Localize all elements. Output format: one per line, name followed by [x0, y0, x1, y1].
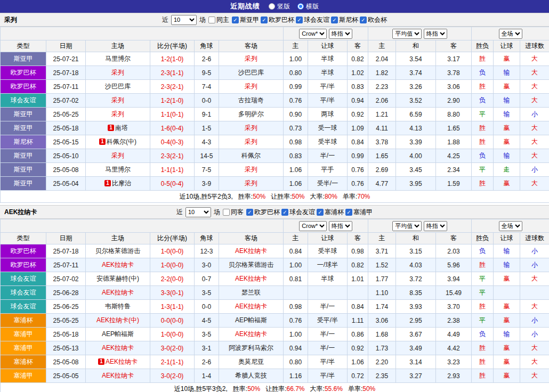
checkbox-icon[interactable]: [223, 209, 230, 216]
home-team[interactable]: 1AEK拉纳卡: [86, 355, 150, 369]
home-team[interactable]: 贝尔格莱德游击: [86, 244, 150, 258]
avg-stage-select[interactable]: 终指: [424, 29, 447, 39]
home-team[interactable]: 韦斯特鲁: [86, 300, 150, 314]
avg-stage-select[interactable]: 终指: [424, 221, 447, 231]
league-filter[interactable]: ✓球会友谊: [296, 15, 329, 24]
checkbox-icon[interactable]: ✓: [296, 17, 303, 23]
score: 2-1(1-1): [150, 355, 195, 369]
league-filter[interactable]: ✓球会友谊: [281, 208, 315, 217]
score: 1-1(0-1): [150, 108, 195, 121]
home-team[interactable]: 采列: [86, 149, 150, 163]
away-team[interactable]: AEK拉纳卡: [219, 300, 284, 314]
away-team[interactable]: 采列: [219, 135, 284, 149]
away-team[interactable]: 希腊人竞技: [219, 369, 284, 383]
handicap-result-cell: 赢: [494, 272, 520, 286]
checkbox-icon[interactable]: [208, 17, 215, 23]
match-count-select[interactable]: 10: [185, 207, 211, 217]
checkbox-icon[interactable]: ✓: [281, 209, 288, 216]
home-team[interactable]: 采列: [86, 66, 150, 80]
match-row: 塞浦甲 25-05-13 AEK拉纳卡 3-0(2-0) 3-1 阿波罗利马索尔…: [1, 341, 549, 355]
home-team[interactable]: 马里博尔: [86, 52, 150, 66]
column-header: 主: [284, 40, 308, 52]
odds-company-select[interactable]: Crow*: [299, 29, 327, 39]
home-team[interactable]: AEK拉纳卡: [86, 341, 150, 355]
home-team[interactable]: AEK拉纳卡: [86, 369, 150, 383]
league-filter[interactable]: ✓塞浦甲: [345, 208, 373, 217]
away-team[interactable]: 贝尔格莱德游击: [219, 258, 284, 272]
odds-company-select[interactable]: Crow*: [299, 221, 327, 231]
view-mode-radio-0[interactable]: 竖版: [269, 2, 290, 11]
odds-stage-select[interactable]: 终指: [329, 29, 352, 39]
league-filter[interactable]: ✓塞浦杯: [317, 208, 344, 217]
summary-stat-value: 50%: [362, 385, 375, 392]
league-filter[interactable]: ✓欧罗巴杯: [261, 15, 294, 24]
scope-select[interactable]: 全场: [499, 29, 522, 39]
checkbox-icon[interactable]: ✓: [317, 209, 324, 216]
away-team[interactable]: 古拉瑞奇: [219, 94, 284, 108]
away-team[interactable]: AEK拉纳卡: [219, 328, 284, 341]
home-team[interactable]: 沙巴巴库: [86, 80, 150, 94]
away-team[interactable]: 科佩尔: [219, 149, 284, 163]
away-team[interactable]: 瑟兰联: [219, 286, 284, 300]
home-team[interactable]: 马里博尔: [86, 163, 150, 177]
away-team[interactable]: 采列: [219, 121, 284, 135]
checkbox-icon[interactable]: ✓: [261, 17, 268, 23]
handicap-line: 受半球: [308, 135, 348, 149]
checkbox-icon[interactable]: ✓: [331, 17, 338, 23]
match-date: 25-07-21: [46, 52, 86, 66]
home-team-label: 沙巴巴库: [105, 83, 131, 90]
match-row: 斯亚甲 25-05-18 1南塔 1-6(0-4) 1-5 采列 0.73 受一…: [1, 121, 549, 135]
handicap-result-cell: 走: [494, 163, 520, 177]
avg-odds-draw: 3.52: [396, 94, 436, 108]
home-team-label: 安德莱赫特(中): [96, 275, 139, 282]
result-cell: 平: [472, 286, 494, 300]
handicap-odds-controls: Crow* 终指: [284, 27, 368, 40]
score: 1-3(1-1): [150, 300, 195, 314]
checkbox-icon[interactable]: ✓: [360, 17, 367, 23]
home-team[interactable]: 安德莱赫特(中): [86, 272, 150, 286]
league-filter[interactable]: ✓斯亚甲: [232, 15, 259, 24]
avg-select[interactable]: 平均值: [392, 29, 422, 39]
home-team[interactable]: 采列: [86, 108, 150, 121]
result-cell: 平: [472, 108, 494, 121]
away-team[interactable]: AEP帕福斯: [219, 314, 284, 328]
home-team[interactable]: AEK拉纳卡(中): [86, 314, 150, 328]
away-team[interactable]: 阿波罗利马索尔: [219, 341, 284, 355]
checkbox-icon[interactable]: ✓: [232, 17, 239, 23]
home-team[interactable]: 1比摩治: [86, 177, 150, 191]
away-team[interactable]: AEK拉纳卡: [219, 244, 284, 258]
home-team[interactable]: 采列: [86, 94, 150, 108]
away-team-label: 沙巴巴库: [238, 69, 264, 76]
same-venue-filter[interactable]: 同主: [208, 15, 229, 24]
home-team[interactable]: 1科佩尔(中): [86, 135, 150, 149]
section-header-bar: 采列 近 10 场 同主 ✓斯亚甲✓欧罗巴杯✓球会友谊✓斯尼杯✓欧会杯: [0, 13, 549, 27]
match-count-select[interactable]: 10: [171, 15, 197, 25]
avg-odds-away: 3.17: [436, 52, 472, 66]
away-team[interactable]: 采列: [219, 163, 284, 177]
away-team[interactable]: 多明萨尔: [219, 108, 284, 121]
handicap-odds-away: 1.06: [348, 355, 368, 369]
radio-icon[interactable]: [297, 3, 304, 10]
same-venue-filter[interactable]: 同客: [223, 208, 244, 217]
away-team[interactable]: 采列: [219, 80, 284, 94]
odds-stage-select[interactable]: 终指: [329, 221, 352, 231]
league-filter[interactable]: ✓斯尼杯: [331, 15, 358, 24]
checkbox-icon[interactable]: ✓: [345, 209, 352, 216]
away-team[interactable]: 奥莫尼亚: [219, 355, 284, 369]
league-filter[interactable]: ✓欧罗巴杯: [246, 208, 280, 217]
avg-select[interactable]: 平均值: [392, 221, 422, 231]
handicap-odds-away: 0.92: [348, 108, 368, 121]
league-filter[interactable]: ✓欧会杯: [360, 15, 387, 24]
scope-select[interactable]: 全场: [499, 221, 522, 231]
checkbox-icon[interactable]: ✓: [246, 209, 253, 216]
radio-icon[interactable]: [269, 3, 275, 10]
view-mode-radio-1[interactable]: 横版: [297, 2, 319, 11]
away-team[interactable]: 沙巴巴库: [219, 66, 284, 80]
away-team[interactable]: 采列: [219, 52, 284, 66]
home-team[interactable]: AEK拉纳卡: [86, 258, 150, 272]
home-team[interactable]: AEP帕福斯: [86, 328, 150, 341]
home-team[interactable]: AEK拉纳卡: [86, 286, 150, 300]
home-team[interactable]: 1南塔: [86, 121, 150, 135]
away-team[interactable]: 采列: [219, 177, 284, 191]
away-team[interactable]: AEK拉纳卡: [219, 272, 284, 286]
